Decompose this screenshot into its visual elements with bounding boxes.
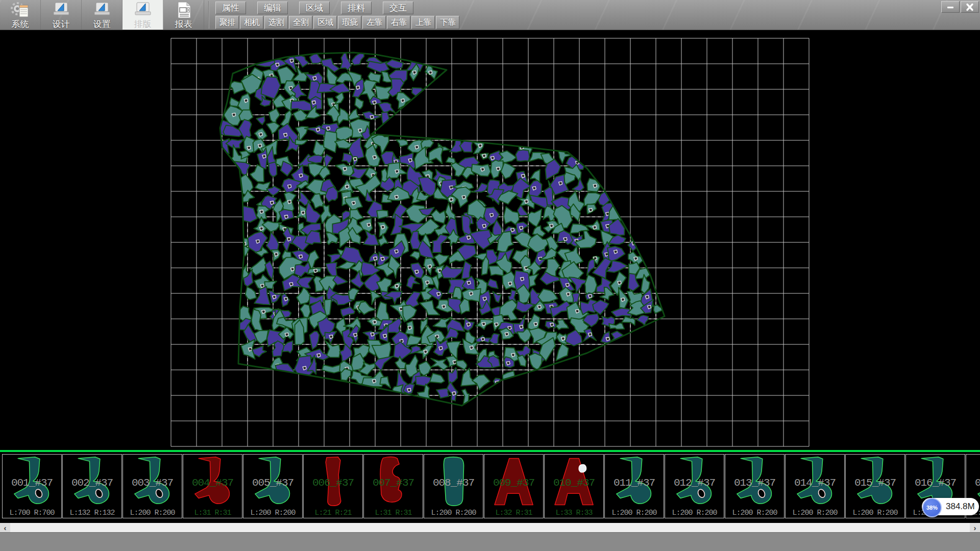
strip-cell-011[interactable]: 011_#37L:200 R:200: [604, 454, 664, 518]
strip-cell-010[interactable]: 010_#37L:33 R:33: [544, 454, 604, 518]
piece-thumbnail: [849, 456, 901, 508]
piece-lr-count-label: L:200 R:200: [665, 509, 724, 517]
app-button-label: 系统: [12, 19, 29, 29]
piece-lr-count-label: L:200 R:200: [123, 509, 182, 517]
app-button-settings[interactable]: 设置: [82, 0, 122, 30]
piece-lr-count-label: L:33 R:33: [545, 509, 603, 517]
strip-cell-002[interactable]: 002_#37L:132 R:132: [62, 454, 122, 518]
minimize-icon: [946, 4, 954, 11]
piece-thumbnail: [789, 456, 841, 508]
tool-button-bar: 聚排 相机 选割 全割 区域 瑕疵 左靠 右靠 上靠 下靠: [215, 16, 459, 29]
strip-cell-004[interactable]: 004_#37L:31 R:31: [183, 454, 242, 518]
strip-highlight-line: [0, 450, 980, 452]
thumbnail-strip: 001_#37L:700 R:700002_#37L:132 R:132003_…: [0, 450, 980, 523]
memory-usage-badge[interactable]: 38% 384.8M: [922, 498, 979, 515]
piece-lr-count-label: L:32 R:31: [484, 509, 543, 517]
strip-cell-009[interactable]: 009_#37L:32 R:31: [484, 454, 544, 518]
piece-thumbnail: [247, 456, 299, 508]
thumbnail-strip-cells: 001_#37L:700 R:700002_#37L:132 R:132003_…: [2, 454, 980, 518]
piece-lr-count-label: L:200 R:200: [243, 509, 302, 517]
nesting-canvas-svg: [0, 30, 980, 450]
memory-usage-label: 384.8M: [946, 498, 975, 515]
piece-lr-count-label: L:21 R:21: [304, 509, 362, 517]
app-button-label: 设计: [53, 19, 70, 29]
tab-interaction[interactable]: 交互: [383, 2, 413, 14]
piece-lr-count-label: L:31 R:31: [183, 509, 242, 517]
piece-thumbnail: [6, 456, 58, 508]
window-controls: [941, 1, 979, 13]
strip-cell-003[interactable]: 003_#37L:200 R:200: [122, 454, 182, 518]
design-icon: [52, 1, 71, 19]
minimize-button[interactable]: [941, 1, 960, 13]
close-button[interactable]: [961, 1, 979, 13]
tool-align-right[interactable]: 右靠: [387, 16, 410, 29]
piece-thumbnail: [729, 456, 781, 508]
piece-lr-count-label: L:200 R:200: [786, 509, 844, 517]
nesting-canvas[interactable]: [0, 30, 980, 450]
status-bar: [0, 532, 980, 551]
strip-cell-001[interactable]: 001_#37L:700 R:700: [2, 454, 62, 518]
strip-cell-005[interactable]: 005_#37L:200 R:200: [243, 454, 303, 518]
app-button-system[interactable]: 系统: [0, 0, 41, 30]
strip-cell-006[interactable]: 006_#37L:21 R:21: [303, 454, 363, 518]
settings-icon: [92, 1, 112, 19]
piece-thumbnail: [307, 456, 359, 508]
menu-tab-bar: 属性 编辑 区域 排料 交互: [215, 2, 413, 14]
strip-cell-007[interactable]: 007_#37L:31 R:31: [363, 454, 423, 518]
piece-thumbnail: [608, 456, 660, 508]
strip-cell-008[interactable]: 008_#37L:200 R:200: [424, 454, 483, 518]
piece-lr-count-label: L:200 R:200: [846, 509, 904, 517]
app-button-label: 报表: [175, 19, 192, 29]
piece-lr-count-label: L:200 R:200: [725, 509, 784, 517]
scroll-right-arrow-icon[interactable]: ›: [970, 523, 980, 532]
piece-thumbnail: [488, 456, 540, 508]
piece-thumbnail: [548, 456, 600, 508]
system-icon: [11, 1, 30, 19]
strip-cell-012[interactable]: 012_#37L:200 R:200: [665, 454, 724, 518]
tool-select-cut[interactable]: 选割: [264, 16, 288, 29]
scroll-left-arrow-icon[interactable]: ‹: [0, 523, 10, 532]
cpu-percent-label: 38%: [926, 505, 938, 511]
close-icon: [965, 3, 974, 11]
tool-align-top[interactable]: 上靠: [411, 16, 435, 29]
report-icon: [174, 1, 193, 19]
strip-cell-015[interactable]: 015_#37L:200 R:200: [845, 454, 905, 518]
ribbon-divider: [208, 1, 209, 29]
piece-lr-count-label: L:200 R:200: [424, 509, 483, 517]
app-button-layout[interactable]: 排版: [122, 0, 163, 30]
tool-camera[interactable]: 相机: [240, 16, 263, 29]
layout-icon: [133, 1, 153, 19]
app-button-report[interactable]: 报表: [163, 0, 204, 30]
piece-thumbnail: [127, 456, 179, 508]
ribbon-header: 系统 设计 设置: [0, 0, 980, 30]
piece-lr-count-label: L:31 R:31: [364, 509, 423, 517]
piece-thumbnail: [428, 456, 480, 508]
app-button-label: 设置: [93, 19, 111, 29]
tool-region[interactable]: 区域: [313, 16, 337, 29]
app-toolbar: 系统 设计 设置: [0, 0, 204, 30]
piece-thumbnail: [368, 456, 420, 508]
app-button-label: 排版: [134, 19, 152, 29]
piece-lr-count-label: L:700 R:700: [3, 509, 61, 517]
piece-thumbnail: [187, 456, 239, 508]
piece-lr-count-label: L:132 R:132: [63, 509, 121, 517]
strip-cell-014[interactable]: 014_#37L:200 R:200: [785, 454, 845, 518]
cpu-percent-indicator: 38%: [922, 498, 942, 517]
piece-thumbnail: [66, 456, 118, 508]
tool-cut-all[interactable]: 全割: [289, 16, 312, 29]
tab-properties[interactable]: 属性: [215, 2, 246, 14]
tab-edit[interactable]: 编辑: [257, 2, 288, 14]
tool-align-left[interactable]: 左靠: [362, 16, 386, 29]
tool-defect[interactable]: 瑕疵: [338, 16, 361, 29]
tab-nesting[interactable]: 排料: [341, 2, 372, 14]
tool-align-bottom[interactable]: 下靠: [436, 16, 459, 29]
strip-cell-013[interactable]: 013_#37L:200 R:200: [725, 454, 785, 518]
tab-region[interactable]: 区域: [299, 2, 330, 14]
horizontal-scrollbar[interactable]: ‹ ›: [0, 523, 980, 532]
piece-thumbnail: [669, 456, 721, 508]
piece-lr-count-label: L:200 R:200: [605, 509, 664, 517]
app-button-design[interactable]: 设计: [41, 0, 82, 30]
tool-cluster-nest[interactable]: 聚排: [215, 16, 239, 29]
